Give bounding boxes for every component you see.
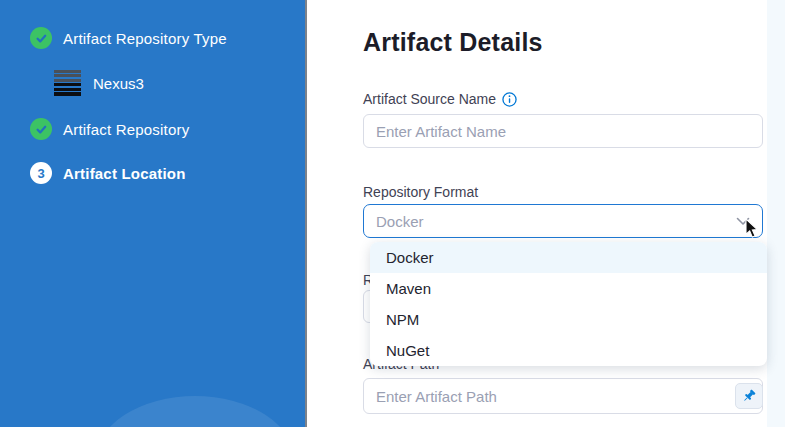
artifact-wizard-screen: Artifact Repository Type Nexus3 Artifact… [0,0,785,427]
check-icon [30,27,52,49]
substep-label: Nexus3 [93,75,144,92]
pin-button[interactable] [735,383,763,409]
page-title: Artifact Details [363,28,543,57]
menu-item-npm[interactable]: NPM [370,304,767,335]
sidebar-item-nexus3[interactable]: Nexus3 [54,70,144,96]
step-label: Artifact Location [63,165,186,182]
artifact-source-name-input[interactable] [363,114,763,148]
nexus3-icon [54,70,81,96]
repository-format-select[interactable]: Docker [363,204,763,238]
repository-format-label: Repository Format [363,184,478,200]
wizard-steps-sidebar: Artifact Repository Type Nexus3 Artifact… [0,0,307,427]
menu-item-nuget[interactable]: NuGet [370,335,767,366]
repository-format-dropdown-menu: Docker Maven NPM NuGet [370,242,767,366]
sidebar-decorative-circle [95,396,295,427]
label-text: Artifact Source Name [363,91,496,107]
artifact-path-input[interactable] [363,378,763,414]
step-label: Artifact Repository [63,121,189,138]
menu-item-maven[interactable]: Maven [370,273,767,304]
step-label: Artifact Repository Type [63,30,227,47]
pin-icon [741,388,757,404]
label-text: Repository Format [363,184,478,200]
artifact-source-name-label: Artifact Source Name [363,91,517,107]
check-icon [30,118,52,140]
menu-item-docker[interactable]: Docker [370,242,767,273]
sidebar-item-artifact-repository-type[interactable]: Artifact Repository Type [30,27,227,49]
step-number-badge: 3 [30,162,52,184]
artifact-details-panel: Artifact Details Artifact Source Name Re… [307,0,767,427]
selected-value: Docker [376,213,736,230]
chevron-down-icon [736,217,750,226]
sidebar-item-artifact-location[interactable]: 3 Artifact Location [30,162,186,184]
sidebar-item-artifact-repository[interactable]: Artifact Repository [30,118,189,140]
info-icon[interactable] [502,92,517,107]
